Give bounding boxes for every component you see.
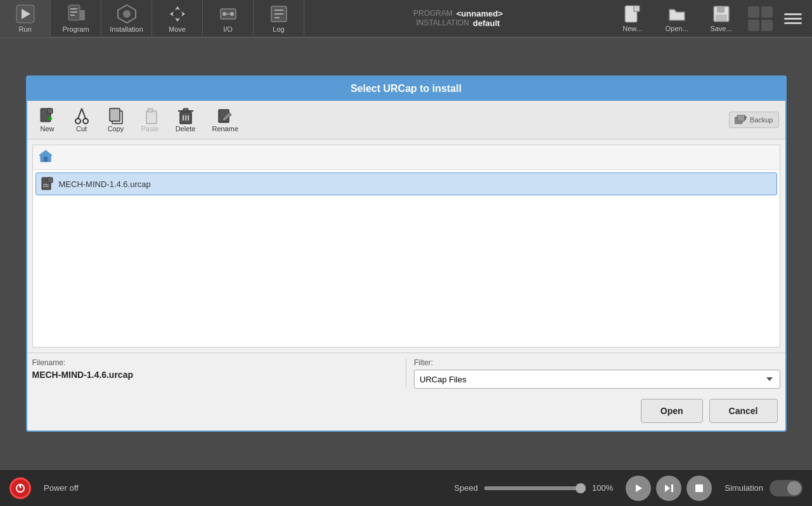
svg-rect-30: [146, 111, 157, 124]
nav-io-label: I/O: [223, 25, 233, 33]
speed-slider[interactable]: [484, 486, 586, 490]
toolbar-rename-label: Rename: [212, 125, 238, 133]
filter-label: Filter:: [414, 358, 780, 367]
installation-label: INSTALLATION: [416, 18, 469, 28]
svg-rect-31: [148, 108, 153, 112]
nav-move[interactable]: Move: [152, 0, 203, 37]
simulation-label: Simulation: [725, 483, 763, 493]
hamburger-menu[interactable]: [779, 8, 807, 29]
save-button[interactable]: Save...: [700, 1, 742, 36]
speed-section: Speed 100%: [454, 483, 613, 493]
save-label: Save...: [710, 25, 731, 32]
top-actions: New... Open... Save...: [612, 1, 812, 36]
new-label: New...: [622, 25, 642, 32]
nav-io[interactable]: I/O: [203, 0, 254, 37]
svg-point-8: [222, 12, 226, 16]
open-button[interactable]: Open...: [656, 1, 697, 36]
file-list: MECH-MIND-1.4.6.urcap: [33, 170, 780, 198]
hamburger-line-1: [784, 13, 802, 15]
file-item[interactable]: MECH-MIND-1.4.6.urcap: [35, 172, 777, 195]
program-info: PROGRAM <unnamed> INSTALLATION default: [304, 9, 612, 28]
toolbar-cut-label: Cut: [76, 125, 87, 133]
file-browser: MECH-MIND-1.4.6.urcap: [32, 145, 780, 347]
svg-point-9: [230, 12, 234, 16]
svg-rect-34: [183, 108, 188, 111]
svg-line-27: [82, 108, 86, 119]
svg-rect-18: [717, 6, 725, 13]
svg-line-26: [78, 108, 82, 119]
toolbar-copy[interactable]: Copy: [102, 105, 130, 135]
nav-installation-label: Installation: [110, 25, 143, 33]
filename-section: Filename: MECH-MIND-1.4.6.urcap: [32, 358, 406, 389]
svg-rect-16: [634, 6, 640, 11]
toolbar-delete-label: Delete: [176, 125, 196, 133]
simulation-toggle[interactable]: [770, 480, 802, 496]
speed-label: Speed: [454, 483, 478, 493]
simulation-section: Simulation: [725, 480, 802, 496]
toolbar-rename[interactable]: Rename: [207, 105, 243, 135]
svg-rect-21: [48, 108, 53, 114]
svg-rect-40: [737, 115, 745, 121]
nav-program-label: Program: [62, 25, 89, 33]
corner-btn-4[interactable]: [761, 20, 773, 31]
svg-rect-51: [695, 484, 703, 492]
program-label: PROGRAM: [413, 9, 453, 18]
nav-installation[interactable]: Installation: [101, 0, 152, 37]
open-label: Open...: [665, 25, 688, 32]
backup-label: Backup: [750, 116, 773, 124]
corner-buttons: [745, 3, 776, 34]
playback-controls: [626, 476, 712, 501]
program-value: <unnamed>: [456, 9, 503, 18]
nav-run[interactable]: Run: [0, 0, 51, 37]
filter-value: URCap Files: [420, 375, 467, 384]
new-button[interactable]: New...: [612, 1, 653, 36]
dialog-title: Select URCap to install: [27, 77, 785, 101]
svg-point-25: [83, 119, 88, 124]
toolbar-delete[interactable]: Delete: [171, 105, 201, 135]
toolbar-cut[interactable]: Cut: [68, 105, 96, 135]
power-label: Power off: [44, 483, 79, 493]
hamburger-line-3: [784, 22, 802, 24]
filter-dropdown[interactable]: URCap Files: [414, 370, 780, 389]
toolbar-new[interactable]: New: [34, 105, 61, 135]
main-content: Select URCap to install New: [0, 38, 812, 469]
toggle-knob: [787, 481, 801, 495]
nav-program[interactable]: Program: [51, 0, 101, 37]
toolbar-new-label: New: [40, 125, 54, 133]
speed-slider-thumb[interactable]: [576, 483, 586, 493]
filter-section: Filter: URCap Files: [406, 358, 780, 389]
hamburger-line-2: [784, 18, 802, 20]
toolbar-paste-label: Paste: [141, 125, 159, 133]
nav-bar: [33, 145, 780, 170]
filename-bar: Filename: MECH-MIND-1.4.6.urcap Filter: …: [27, 353, 785, 394]
speed-value: 100%: [592, 483, 613, 493]
svg-rect-43: [44, 157, 48, 162]
svg-rect-19: [716, 15, 727, 21]
power-button[interactable]: [10, 477, 31, 499]
stop-button[interactable]: [686, 476, 712, 501]
cancel-btn[interactable]: Cancel: [709, 399, 778, 423]
filename-value: MECH-MIND-1.4.6.urcap: [32, 370, 399, 380]
filename-label: Filename:: [32, 358, 399, 367]
speed-slider-fill: [484, 486, 586, 490]
file-item-name: MECH-MIND-1.4.6.urcap: [59, 179, 151, 189]
nav-log-label: Log: [273, 25, 284, 33]
corner-btn-1[interactable]: [748, 6, 759, 18]
home-button[interactable]: [38, 149, 53, 165]
topbar: Run Program Installation Move: [0, 0, 812, 38]
step-button[interactable]: [656, 476, 681, 501]
open-btn[interactable]: Open: [641, 399, 703, 423]
nav-run-label: Run: [18, 25, 31, 33]
toolbar-paste[interactable]: Paste: [136, 105, 164, 135]
corner-btn-3[interactable]: [748, 20, 759, 31]
dialog: Select URCap to install New: [26, 75, 787, 432]
svg-rect-29: [110, 108, 120, 121]
svg-rect-45: [48, 178, 53, 183]
play-button[interactable]: [626, 476, 651, 501]
svg-rect-2: [80, 10, 85, 20]
corner-btn-2[interactable]: [761, 6, 773, 18]
toolbar-copy-label: Copy: [108, 125, 124, 133]
toolbar-backup[interactable]: Backup: [729, 112, 779, 128]
svg-rect-50: [671, 484, 673, 492]
nav-log[interactable]: Log: [254, 0, 304, 37]
